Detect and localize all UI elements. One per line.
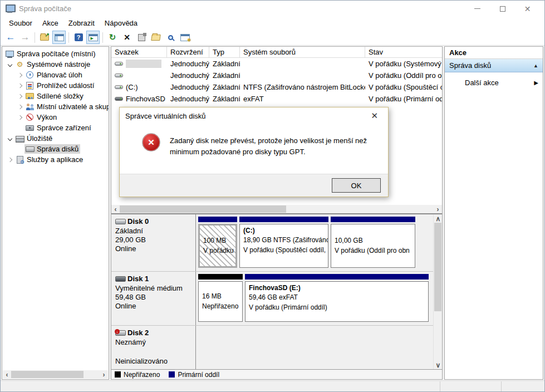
volume-list-horizontal-scrollbar[interactable]: ‹ › — [111, 205, 442, 213]
volume-icon — [115, 62, 123, 66]
open-button[interactable] — [149, 31, 163, 44]
scroll-left-icon[interactable]: ‹ — [111, 205, 120, 213]
expander[interactable] — [16, 116, 24, 119]
tree-horizontal-scrollbar[interactable]: ‹ › — [3, 370, 108, 379]
maximize-icon — [500, 6, 505, 12]
storage-icon — [15, 135, 24, 143]
column-header-type[interactable]: Typ — [209, 47, 240, 57]
volume-row[interactable]: Jednoduchý Základní V pořádku (Systémový… — [111, 58, 442, 70]
console-options-icon: ✱ — [180, 34, 190, 41]
column-header-volume[interactable]: Svazek — [111, 47, 167, 57]
expander[interactable] — [6, 158, 14, 161]
unknown-disk-icon — [115, 330, 126, 336]
up-one-level-button[interactable]: ↗ — [38, 31, 51, 44]
expander[interactable] — [6, 63, 14, 66]
status-bar — [1, 380, 544, 391]
refresh-button[interactable]: ↻ — [106, 31, 119, 44]
expander[interactable] — [16, 95, 24, 98]
toolbar-separator — [35, 32, 35, 43]
delete-button[interactable]: ✕ — [120, 31, 134, 44]
tree-item-local-users-groups[interactable]: Místní uživatelé a skupi — [2, 101, 109, 112]
more-actions-item[interactable]: Další akce ▶ — [445, 72, 543, 92]
column-header-layout[interactable]: Rozvržení — [167, 47, 209, 57]
tree-item-event-viewer[interactable]: Prohlížeč událostí — [2, 80, 109, 91]
chevron-right-icon — [8, 157, 12, 161]
dialog-title: Správce virtuálních disků — [125, 112, 206, 120]
partition-system[interactable]: 100 MB V pořádku ( — [198, 217, 237, 268]
scrollbar-thumb[interactable] — [434, 223, 441, 311]
scroll-up-icon[interactable]: ∧ — [434, 214, 443, 223]
volume-row[interactable]: Jednoduchý Základní V pořádku (Oddíl pro… — [111, 70, 442, 81]
volume-name-highlight — [126, 60, 161, 68]
tree-item-storage[interactable]: Úložiště — [2, 133, 109, 144]
maximize-button[interactable] — [490, 1, 515, 17]
volume-row[interactable]: FinchovaSD (E:) Jednoduchý Základní exFA… — [111, 93, 442, 105]
scroll-left-icon[interactable]: ‹ — [3, 370, 11, 379]
device-manager-icon — [25, 124, 35, 132]
menu-file[interactable]: Soubor — [4, 17, 37, 29]
scroll-right-icon[interactable]: › — [100, 370, 108, 379]
back-icon: ← — [6, 32, 16, 43]
minimize-button[interactable] — [465, 1, 490, 17]
tree-item-computer-management[interactable]: Správa počítače (místní) — [2, 48, 109, 59]
menu-help[interactable]: Nápověda — [100, 17, 143, 29]
menu-action[interactable]: Akce — [37, 17, 63, 29]
scroll-down-icon[interactable]: ∨ — [434, 361, 443, 369]
help-button[interactable]: ? — [72, 31, 85, 44]
tree-item-system-tools[interactable]: Systémové nástroje — [2, 59, 109, 70]
disk-icon — [25, 145, 35, 153]
show-console-tree-button[interactable] — [52, 31, 66, 44]
actions-group-disk-management[interactable]: Správa disků ▲ — [445, 59, 543, 72]
expander[interactable] — [6, 137, 14, 140]
partition-recovery[interactable]: 10,00 GB V pořádku (Oddíl pro obn — [331, 217, 415, 268]
error-icon: ✕ — [142, 133, 160, 151]
column-header-filesystem[interactable]: Systém souborů — [240, 47, 365, 57]
virtual-disk-manager-dialog: Správce virtuálních disků ✕ ✕ Zadaný dis… — [119, 107, 389, 197]
tree-item-services-applications[interactable]: Služby a aplikace — [2, 154, 109, 165]
graphical-view: Disk 0 Základní 29,00 GB Online 100 MB V… — [111, 214, 442, 369]
back-button[interactable]: ← — [4, 31, 17, 44]
expander[interactable] — [16, 84, 24, 87]
disk-0-label[interactable]: Disk 0 Základní 29,00 GB Online — [111, 214, 196, 271]
show-action-pane-button[interactable]: ▶ — [86, 31, 100, 44]
tree-item-device-manager[interactable]: Správce zařízení — [2, 122, 109, 133]
partition-color-bar — [239, 217, 328, 222]
toolbar: ← → ↗ ? ▶ ↻ ✕ ✱ — [1, 30, 544, 46]
status-divider — [440, 381, 440, 391]
partition-c-drive[interactable]: (C:) 18,90 GB NTFS (Zašifrováno V pořádk… — [239, 217, 328, 268]
console-options-button[interactable]: ✱ — [178, 31, 192, 44]
tree-item-disk-management[interactable]: Správa disků — [2, 144, 109, 154]
volume-row[interactable]: (C:) Jednoduchý Základní NTFS (Zašifrová… — [111, 81, 442, 93]
expander[interactable] — [16, 105, 24, 109]
search-button[interactable] — [164, 31, 177, 44]
actions-header: Akce — [445, 47, 543, 59]
action-pane-icon: ▶ — [89, 34, 98, 41]
collapse-icon[interactable]: ▲ — [533, 63, 538, 68]
dialog-close-button[interactable]: ✕ — [366, 110, 382, 122]
computer-management-window: Správa počítače ✕ Soubor Akce Zobrazit N… — [0, 0, 545, 392]
window-title: Správa počítače — [19, 4, 71, 13]
partition-unallocated[interactable]: 16 MB Nepřiřazeno — [198, 274, 243, 322]
scrollbar-thumb[interactable] — [120, 205, 286, 213]
legend-unallocated: Nepřiřazeno — [115, 371, 160, 379]
tree-item-performance[interactable]: Výkon — [2, 112, 109, 122]
menu-view[interactable]: Zobrazit — [63, 17, 100, 29]
disk-2-label[interactable]: Disk 2 Neznámý Neinicializováno — [111, 326, 196, 369]
graphical-view-vertical-scrollbar[interactable]: ∧ ∨ — [433, 214, 442, 369]
forward-button[interactable]: → — [18, 31, 32, 44]
disk-1-label[interactable]: Disk 1 Vyměnitelné médium 59,48 GB Onlin… — [111, 272, 196, 325]
close-button[interactable]: ✕ — [515, 1, 540, 17]
expander[interactable] — [16, 74, 24, 77]
tree-item-shared-folders[interactable]: Sdílené složky — [2, 91, 109, 101]
properties-button[interactable] — [135, 31, 148, 44]
dialog-title-bar: Správce virtuálních disků ✕ — [120, 107, 388, 124]
partition-color-bar — [331, 217, 415, 222]
chevron-right-icon — [18, 83, 22, 87]
tree-item-task-scheduler[interactable]: Plánovač úloh — [2, 70, 109, 80]
minimize-icon — [474, 8, 480, 9]
partition-e-drive[interactable]: FinchovaSD (E:) 59,46 GB exFAT V pořádku… — [245, 274, 429, 322]
scrollbar-thumb[interactable] — [11, 371, 84, 378]
scroll-right-icon[interactable]: › — [434, 205, 442, 213]
ok-button[interactable]: OK — [332, 178, 381, 193]
column-header-status[interactable]: Stav — [365, 47, 442, 57]
